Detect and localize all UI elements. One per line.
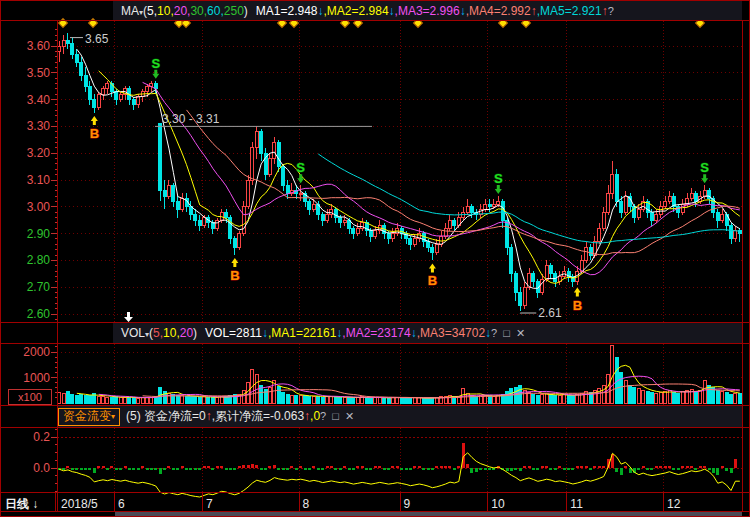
svg-text:B: B bbox=[230, 268, 239, 283]
ma-indicator-header: MA▾ (5,10,20,30,60,250) MA1=2.948↓,MA2=2… bbox=[113, 1, 742, 20]
vol-indicator-header: VOL▾ (5,10,20) VOL=2811↓,MA1=22161↓,MA2=… bbox=[113, 323, 742, 343]
indicator-value: (5) bbox=[126, 409, 144, 423]
vol-params: (5,10,20) bbox=[149, 326, 197, 340]
indicator-value: ,0 bbox=[310, 409, 320, 423]
ma-params: (5,10,20,30,60,250) bbox=[143, 4, 248, 18]
indicator-value: VOL=2811 bbox=[205, 326, 262, 340]
stock-chart-window: 3.653.30 - 3.312.61BBBBSSSS MA▾ (5,10,20… bbox=[0, 0, 750, 517]
svg-text:B: B bbox=[573, 298, 582, 313]
indicator-value: ) bbox=[193, 326, 197, 340]
flow-panel[interactable] bbox=[58, 443, 740, 497]
axis-tick-label: 3.20 bbox=[6, 146, 50, 160]
indicator-value: MA1=2.948 bbox=[256, 4, 318, 18]
indicator-value: ) bbox=[244, 4, 248, 18]
svg-text:3.30 - 3.31: 3.30 - 3.31 bbox=[162, 112, 220, 126]
axis-tick-label: 3.40 bbox=[6, 93, 50, 107]
svg-text:S: S bbox=[494, 171, 503, 186]
indicator-value: ,累计净流=-0.063 bbox=[212, 409, 304, 423]
date-label: 10 bbox=[491, 497, 504, 511]
axis-tick-label: 2.70 bbox=[6, 280, 50, 294]
maximize-icon[interactable]: □ bbox=[332, 410, 339, 423]
help-icon[interactable]: ? bbox=[608, 5, 614, 17]
close-icon[interactable]: ✕ bbox=[516, 327, 525, 340]
axis-tick-label: 3.50 bbox=[6, 66, 50, 80]
axis-tick-label: 2000 bbox=[6, 345, 50, 359]
indicator-value: 10, bbox=[157, 4, 174, 18]
svg-text:S: S bbox=[700, 160, 709, 175]
panel-borders bbox=[1, 1, 750, 517]
svg-text:S: S bbox=[151, 56, 160, 71]
indicator-value: 资金净流=0 bbox=[144, 409, 206, 423]
axis-tick-label: 2.80 bbox=[6, 253, 50, 267]
axis-tick-label: 3.10 bbox=[6, 173, 50, 187]
maximize-icon[interactable]: □ bbox=[503, 327, 510, 340]
diamond-event-icon[interactable] bbox=[58, 18, 67, 27]
vol-dropdown-label: VOL bbox=[121, 326, 145, 340]
indicator-value: 10, bbox=[163, 326, 180, 340]
help-icon[interactable]: ? bbox=[320, 410, 326, 423]
chart-canvas[interactable]: 3.653.30 - 3.312.61BBBBSSSS bbox=[0, 0, 750, 517]
vol-dropdown[interactable]: VOL▾ bbox=[121, 326, 149, 340]
indicator-value: 20 bbox=[180, 326, 193, 340]
down-arrow-icon: ↓ bbox=[32, 497, 38, 511]
indicator-value: 60, bbox=[207, 4, 224, 18]
axis-tick-label: 0.2 bbox=[6, 430, 50, 444]
axis-tick-label: 3.00 bbox=[6, 200, 50, 214]
axis-tick-label: 2.90 bbox=[6, 227, 50, 241]
indicator-value: 5, bbox=[153, 326, 163, 340]
axis-tick-label: 2.60 bbox=[6, 307, 50, 321]
date-label: 7 bbox=[206, 497, 213, 511]
indicator-value: 5, bbox=[147, 4, 157, 18]
axis-tick-label: 1000 bbox=[6, 371, 50, 385]
date-label: 9 bbox=[404, 497, 411, 511]
volume-unit-label: x100 bbox=[8, 389, 52, 405]
svg-text:3.65: 3.65 bbox=[85, 32, 109, 46]
svg-text:S: S bbox=[296, 160, 305, 175]
indicator-value: 250 bbox=[224, 4, 244, 18]
axis-tick-label: 3.30 bbox=[6, 119, 50, 133]
indicator-value: 30, bbox=[190, 4, 207, 18]
svg-text:B: B bbox=[90, 126, 99, 141]
indicator-value: 20, bbox=[174, 4, 191, 18]
flow-values: (5) 资金净流=0↑,累计净流=-0.063↑,0 bbox=[126, 408, 320, 425]
timeframe-selector[interactable]: 日线 ↓ bbox=[5, 496, 38, 513]
ma-dropdown-label: MA bbox=[121, 4, 139, 18]
indicator-value: ,MA1=22161 bbox=[268, 326, 336, 340]
timeframe-label: 日线 bbox=[5, 497, 29, 511]
svg-text:2.61: 2.61 bbox=[538, 306, 562, 320]
axis-tick-label: 3.60 bbox=[6, 39, 50, 53]
flow-dropdown[interactable]: 资金流变▾ bbox=[58, 408, 120, 426]
indicator-value: ,MA5=2.921 bbox=[537, 4, 602, 18]
vol-values: VOL=2811↓,MA1=22161↓,MA2=23174↓,MA3=3470… bbox=[205, 326, 491, 340]
help-icon[interactable]: ? bbox=[491, 327, 497, 340]
svg-text:B: B bbox=[428, 273, 437, 288]
flow-dropdown-label: 资金流变 bbox=[63, 408, 111, 425]
ma-values: MA1=2.948↓,MA2=2.984↓,MA3=2.996↓,MA4=2.9… bbox=[256, 4, 608, 18]
axis-tick-label: 0.0 bbox=[6, 461, 50, 475]
date-label: 2018/5 bbox=[61, 497, 98, 511]
date-label: 11 bbox=[570, 497, 582, 511]
indicator-value: ,MA3=2.996 bbox=[395, 4, 460, 18]
date-label: 6 bbox=[118, 497, 125, 511]
flow-indicator-header: 资金流变▾ (5) 资金净流=0↑,累计净流=-0.063↑,0 ? □ ✕ bbox=[58, 406, 742, 427]
date-label: 8 bbox=[303, 497, 310, 511]
diamond-event-icon[interactable] bbox=[88, 18, 97, 27]
chevron-down-icon: ▾ bbox=[111, 412, 115, 421]
indicator-value: ,MA2=2.984 bbox=[324, 4, 389, 18]
ma-dropdown[interactable]: MA▾ bbox=[121, 4, 143, 18]
close-icon[interactable]: ✕ bbox=[345, 410, 354, 423]
indicator-value: ,MA3=34702 bbox=[417, 326, 485, 340]
indicator-value: ,MA4=2.992 bbox=[466, 4, 531, 18]
date-label: 12 bbox=[667, 497, 680, 511]
horizontal-scrollbar[interactable] bbox=[115, 512, 742, 516]
signal-markers: 3.653.30 - 3.312.61BBBBSSSS bbox=[58, 18, 709, 322]
indicator-value: ,MA2=23174 bbox=[342, 326, 410, 340]
